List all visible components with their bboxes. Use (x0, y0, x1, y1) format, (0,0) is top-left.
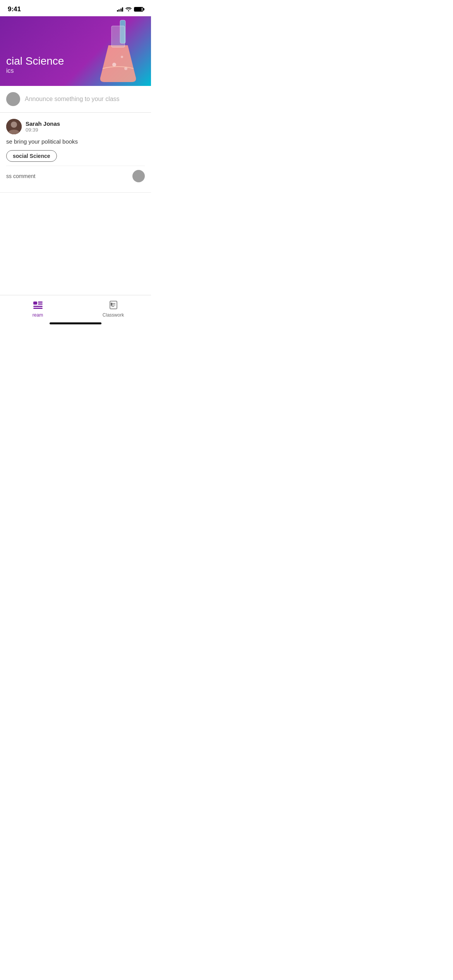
svg-point-6 (11, 122, 17, 128)
wifi-icon (125, 7, 132, 12)
split-container: cial Science ics Announce something to y… (0, 16, 151, 324)
post-meta: Sarah Jonas 09:39 (26, 120, 60, 133)
comment-toggle-row: ss comment (6, 166, 145, 186)
svg-rect-13 (33, 308, 43, 309)
stream-label: ream (33, 312, 43, 318)
left-panel: cial Science ics Announce something to y… (0, 16, 151, 324)
class-banner: cial Science ics (0, 16, 151, 86)
stream-icon (33, 301, 43, 311)
svg-rect-19 (111, 304, 112, 306)
user-avatar-small (6, 92, 20, 106)
home-indicator (50, 322, 101, 324)
classwork-label: Classwork (103, 312, 124, 318)
svg-rect-11 (38, 303, 43, 305)
svg-point-2 (112, 63, 116, 67)
svg-rect-18 (111, 303, 112, 304)
post-author-avatar (6, 119, 22, 134)
announce-placeholder: Announce something to your class (25, 96, 120, 103)
post-item: Sarah Jonas 09:39 se bring your politica… (0, 113, 151, 193)
status-bar: 9:41 (0, 0, 151, 16)
post-author-name: Sarah Jonas (26, 120, 60, 127)
class-name: cial Science (6, 55, 64, 67)
signal-icon (117, 7, 124, 12)
svg-rect-10 (38, 302, 43, 303)
nav-left: ream Classwork (0, 295, 151, 327)
post-time: 09:39 (26, 127, 60, 133)
comment-toggle-label: ss comment (6, 173, 132, 179)
bottom-nav: ream Classwork Add class comment (0, 295, 151, 327)
flask-illustration (93, 18, 143, 84)
status-time: 9:41 (8, 5, 21, 13)
banner-text: cial Science ics (6, 55, 64, 74)
post-tag[interactable]: social Science (6, 150, 57, 162)
post-body: se bring your political books (6, 137, 145, 146)
svg-rect-12 (33, 306, 43, 307)
nav-item-classwork[interactable]: Classwork (76, 295, 151, 327)
post-header: Sarah Jonas 09:39 (6, 119, 145, 134)
svg-rect-9 (33, 302, 37, 305)
status-icons (117, 7, 144, 12)
class-section: ics (6, 67, 64, 74)
svg-point-3 (121, 56, 123, 58)
toggle-circle[interactable] (132, 170, 145, 182)
battery-icon (134, 7, 143, 12)
nav-item-stream[interactable]: ream (0, 295, 76, 327)
classwork-icon (109, 301, 118, 311)
announce-section[interactable]: Announce something to your class (0, 86, 151, 113)
svg-rect-1 (112, 26, 125, 47)
